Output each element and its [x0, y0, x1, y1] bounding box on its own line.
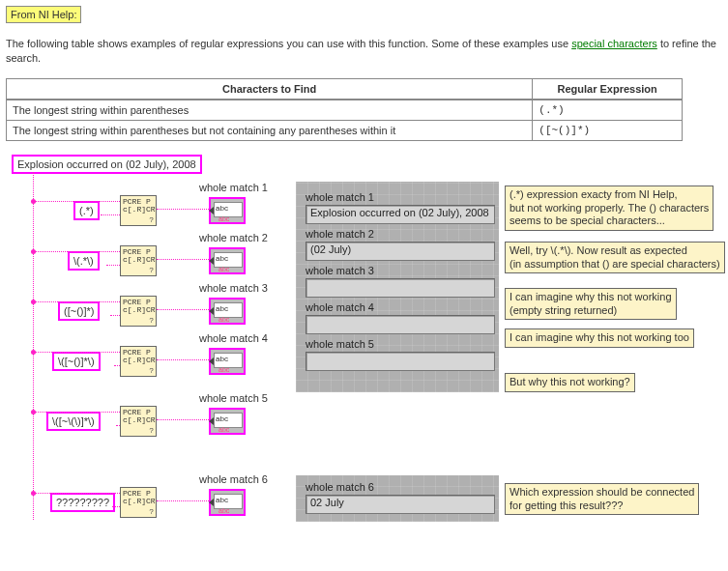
- comment-1: (.*) expression exacty from NI Help,but …: [505, 186, 713, 231]
- wire-pat-4: [114, 365, 120, 367]
- abc-foot-icon: abc: [218, 266, 229, 272]
- fp-label-4: whole match 4: [306, 301, 489, 313]
- help-tag: From NI Help:: [6, 6, 81, 23]
- wire-in-4: [33, 352, 120, 354]
- dot-2: [31, 249, 36, 254]
- wire-out-3: [157, 309, 209, 311]
- comment-4: I can imagine why this not working too: [505, 328, 694, 348]
- wire-out-1: [157, 209, 209, 211]
- pcre-node-1[interactable]: PCRE Pc[.R]CR: [120, 195, 157, 226]
- fp-label-6: whole match 6: [306, 481, 489, 493]
- th-chars: Characters to Find: [7, 78, 533, 99]
- fp-label-3: whole match 3: [306, 265, 489, 276]
- pattern-5[interactable]: \([~\(\)]*\): [46, 412, 101, 431]
- pattern-2[interactable]: \(.*\): [68, 251, 100, 271]
- comment-2: Well, try \(.*\). Now result as expected…: [505, 242, 725, 274]
- indicator-5[interactable]: abcabc: [209, 408, 246, 435]
- wire-in-3: [33, 301, 120, 303]
- wire-out-4: [157, 359, 209, 361]
- wire-in-6: [33, 493, 120, 495]
- wire-in-2: [33, 251, 120, 253]
- wire-out-5: [157, 419, 209, 421]
- help-table: Characters to Find Regular Expression Th…: [6, 78, 683, 141]
- pcre-node-3[interactable]: PCRE Pc[.R]CR: [120, 296, 157, 327]
- pattern-6[interactable]: ?????????: [50, 493, 115, 512]
- comment-6: Which expression should be connectedfor …: [505, 483, 699, 516]
- front-panel-a: whole match 1 Explosion occurred on (02 …: [296, 182, 499, 392]
- wire-pat-6: [112, 506, 120, 508]
- abc-foot-icon: abc: [218, 316, 229, 323]
- fp-field-2[interactable]: (02 July): [306, 242, 495, 261]
- abc-foot-icon: abc: [218, 215, 229, 222]
- dot-3: [31, 300, 36, 304]
- intro-text: The following table shows examples of re…: [6, 37, 728, 67]
- wire-pat-2: [106, 265, 120, 267]
- label-match-5: whole match 5: [199, 392, 268, 404]
- wire-pat-5: [116, 425, 120, 427]
- row1-regex: (.*): [533, 100, 683, 120]
- fp-label-1: whole match 1: [306, 191, 489, 203]
- abc-foot-icon: abc: [218, 507, 229, 514]
- fp-label-5: whole match 5: [306, 338, 489, 350]
- fp-field-5[interactable]: [306, 352, 495, 371]
- block-diagram: Explosion occurred on (02 July), 2008 (.…: [6, 155, 721, 541]
- pattern-4[interactable]: \([~()]*\): [52, 352, 101, 371]
- fp-field-4[interactable]: [306, 315, 495, 334]
- wire-in-5: [33, 412, 120, 414]
- indicator-4[interactable]: abcabc: [209, 348, 246, 375]
- fp-label-2: whole match 2: [306, 228, 489, 240]
- dot-6: [31, 491, 36, 496]
- indicator-6[interactable]: abcabc: [209, 489, 246, 516]
- indicator-2[interactable]: abcabc: [209, 247, 246, 274]
- comment-5: But why this not working?: [505, 373, 635, 392]
- wire-out-6: [157, 500, 209, 502]
- input-string-constant[interactable]: Explosion occurred on (02 July), 2008: [12, 155, 202, 174]
- pattern-3[interactable]: ([~()]*): [58, 301, 100, 321]
- label-match-4: whole match 4: [199, 332, 268, 344]
- fp-field-6[interactable]: 02 July: [306, 495, 495, 514]
- dot-1: [31, 199, 36, 204]
- row2-regex: ([~()]*): [533, 120, 683, 140]
- wire-pat-1: [101, 214, 120, 216]
- th-regex: Regular Expression: [533, 78, 683, 99]
- fp-field-1[interactable]: Explosion occurred on (02 July), 2008: [306, 205, 495, 224]
- dot-5: [31, 410, 36, 414]
- special-characters-link[interactable]: special characters: [571, 38, 657, 49]
- label-match-6: whole match 6: [199, 473, 268, 485]
- dot-4: [31, 350, 36, 355]
- abc-foot-icon: abc: [218, 426, 229, 433]
- label-match-1: whole match 1: [199, 182, 268, 193]
- wire-v-main: [33, 172, 35, 520]
- pcre-node-2[interactable]: PCRE Pc[.R]CR: [120, 245, 157, 276]
- pattern-1[interactable]: (.*): [73, 201, 100, 220]
- abc-foot-icon: abc: [218, 366, 229, 373]
- intro-prefix: The following table shows examples of re…: [6, 38, 571, 49]
- front-panel-b: whole match 6 02 July: [296, 475, 499, 522]
- label-match-2: whole match 2: [199, 232, 268, 243]
- label-match-3: whole match 3: [199, 282, 268, 294]
- wire-in-1: [33, 201, 120, 203]
- wire-pat-3: [110, 315, 120, 317]
- pcre-node-6[interactable]: PCRE Pc[.R]CR: [120, 487, 157, 518]
- wire-out-2: [157, 259, 209, 261]
- pcre-node-5[interactable]: PCRE Pc[.R]CR: [120, 406, 157, 437]
- indicator-1[interactable]: abcabc: [209, 197, 246, 224]
- pcre-node-4[interactable]: PCRE Pc[.R]CR: [120, 346, 157, 377]
- row2-desc: The longest string within parentheses bu…: [7, 120, 533, 140]
- row1-desc: The longest string within parentheses: [7, 100, 533, 120]
- comment-3: I can imagine why this not working(empty…: [505, 288, 677, 321]
- indicator-3[interactable]: abcabc: [209, 298, 246, 325]
- fp-field-3[interactable]: [306, 278, 495, 298]
